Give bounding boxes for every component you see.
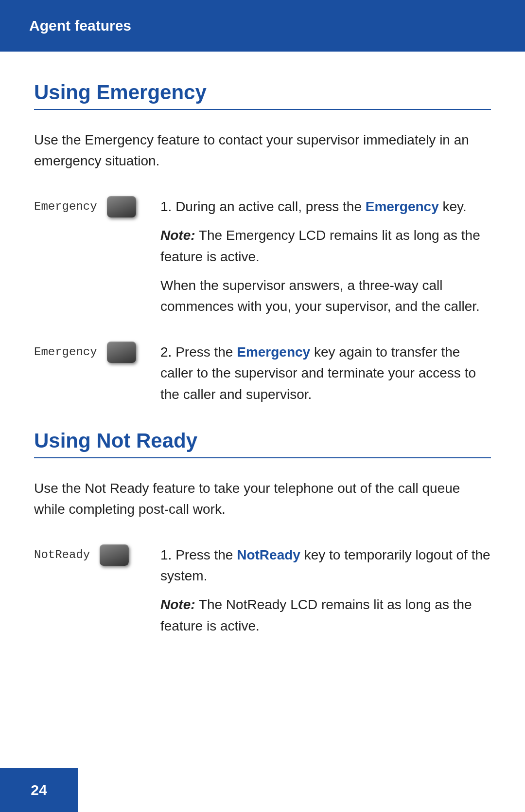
emergency-step-1-note: Note: The Emergency LCD remains lit as l…	[160, 225, 491, 267]
emergency-step-1-text-after: key.	[439, 199, 467, 214]
notready-step-1-text-before: Press the	[175, 547, 237, 562]
notready-step-1-note: Note: The NotReady LCD remains lit as lo…	[160, 594, 491, 636]
section-notready-heading: Using Not Ready	[34, 429, 491, 458]
notready-step-1: NotReady 1. Press the NotReady key to te…	[34, 544, 491, 637]
notready-step-1-link: NotReady	[237, 547, 300, 562]
emergency-step-2: Emergency 2. Press the Emergency key aga…	[34, 342, 491, 405]
emergency-key-area-2: Emergency	[34, 342, 151, 363]
emergency-step-2-content: 2. Press the Emergency key again to tran…	[151, 342, 491, 405]
emergency-key-button-2	[107, 342, 136, 363]
emergency-step-2-number: 2.	[160, 344, 172, 360]
notready-step-1-main: 1. Press the NotReady key to temporarily…	[160, 544, 491, 587]
header-title: Agent features	[29, 18, 131, 34]
notready-key-button-1	[100, 544, 129, 566]
emergency-key-area-1: Emergency	[34, 196, 151, 217]
page-footer: 24	[0, 768, 78, 812]
emergency-key-label-2: Emergency	[34, 345, 97, 359]
emergency-steps: Emergency 1. During an active call, pres…	[34, 196, 491, 405]
emergency-step-1-link: Emergency	[366, 199, 439, 214]
notready-key-label-1: NotReady	[34, 548, 90, 561]
section-emergency-heading: Using Emergency	[34, 81, 491, 110]
emergency-step-1-text-before: During an active call, press the	[175, 199, 366, 214]
section-emergency: Using Emergency Use the Emergency featur…	[34, 81, 491, 405]
emergency-step-2-text-before: Press the	[175, 344, 237, 360]
notready-step-1-content: 1. Press the NotReady key to temporarily…	[151, 544, 491, 637]
main-content: Using Emergency Use the Emergency featur…	[0, 52, 525, 700]
emergency-key-button-1	[107, 196, 136, 217]
emergency-step-1-extra: When the supervisor answers, a three-way…	[160, 275, 491, 317]
notready-key-area-1: NotReady	[34, 544, 151, 566]
emergency-step-1-number: 1.	[160, 199, 172, 214]
emergency-step-1-note-text: Note: The Emergency LCD remains lit as l…	[160, 228, 480, 264]
emergency-step-1-extra-text: When the supervisor answers, a three-way…	[160, 278, 480, 314]
emergency-step-1-main: 1. During an active call, press the Emer…	[160, 196, 491, 217]
page-number: 24	[31, 782, 47, 798]
header-bar: Agent features	[0, 0, 525, 52]
section-notready-intro: Use the Not Ready feature to take your t…	[34, 478, 491, 520]
emergency-key-label-1: Emergency	[34, 200, 97, 213]
emergency-step-1: Emergency 1. During an active call, pres…	[34, 196, 491, 317]
notready-step-1-number: 1.	[160, 547, 172, 562]
emergency-step-2-link: Emergency	[237, 344, 310, 360]
notready-steps: NotReady 1. Press the NotReady key to te…	[34, 544, 491, 637]
section-emergency-intro: Use the Emergency feature to contact you…	[34, 129, 491, 172]
notready-step-1-note-text: Note: The NotReady LCD remains lit as lo…	[160, 597, 472, 633]
section-notready: Using Not Ready Use the Not Ready featur…	[34, 429, 491, 636]
emergency-step-2-main: 2. Press the Emergency key again to tran…	[160, 342, 491, 405]
emergency-step-1-content: 1. During an active call, press the Emer…	[151, 196, 491, 317]
